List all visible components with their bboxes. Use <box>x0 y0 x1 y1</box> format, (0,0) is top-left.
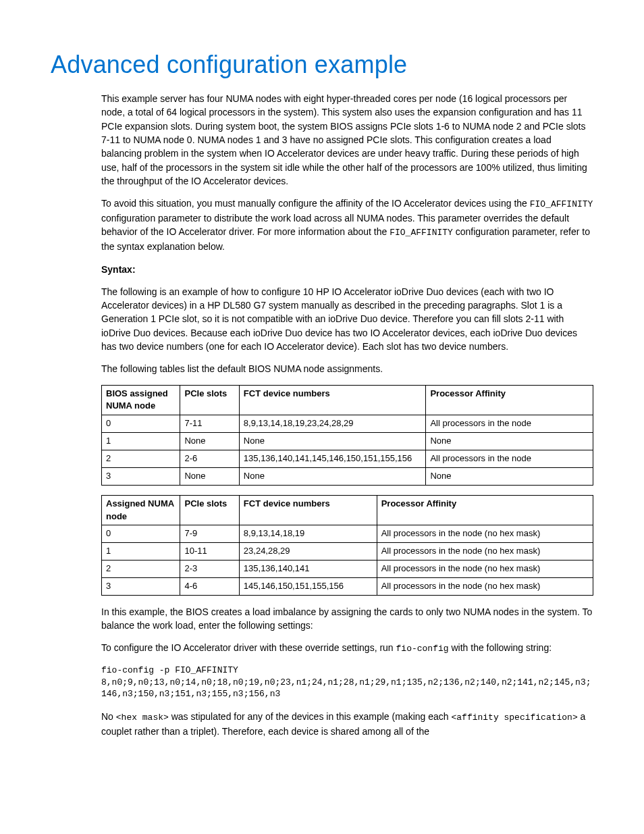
table-header: FCT device numbers <box>239 385 426 415</box>
table-cell: 2 <box>102 561 180 578</box>
table-cell: 23,24,28,29 <box>239 543 377 561</box>
table-cell: 145,146,150,151,155,156 <box>239 577 377 595</box>
bios-numa-table: BIOS assigned NUMA node PCIe slots FCT d… <box>101 385 593 486</box>
text-fragment: was stipulated for any of the devices in… <box>169 711 452 722</box>
table-cell: All processors in the node <box>426 450 593 468</box>
table-row: 3 None None None <box>102 467 593 485</box>
para-fio-config: To configure the IO Accelerator driver w… <box>101 641 593 656</box>
table-cell: 2 <box>102 450 180 468</box>
table-header: PCIe slots <box>180 385 239 415</box>
table-cell: None <box>239 433 426 450</box>
table-cell: 10-11 <box>180 543 239 561</box>
table-cell: 2-6 <box>180 450 239 468</box>
table-cell: 7-11 <box>180 415 239 433</box>
table-header-row: Assigned NUMA node PCIe slots FCT device… <box>102 495 593 525</box>
table-cell: None <box>426 467 593 485</box>
code-inline-fio: FIO_AFFINITY <box>530 199 593 209</box>
code-inline-fioconfig: fio-config <box>396 644 449 654</box>
text-fragment: To avoid this situation, you must manual… <box>101 198 530 209</box>
table-cell: 8,9,13,14,18,19,23,24,28,29 <box>239 415 426 433</box>
table-header: Processor Affinity <box>377 495 593 525</box>
page-title: Advanced configuration example <box>51 47 593 82</box>
para-example: The following is an example of how to co… <box>101 285 593 353</box>
table-header: Assigned NUMA node <box>102 495 180 525</box>
para-tables-intro: The following tables list the default BI… <box>101 362 593 375</box>
code-block: fio-config -p FIO_AFFINITY 8,n0;9,n0;13,… <box>101 664 593 700</box>
table-cell: All processors in the node <box>426 415 593 433</box>
table-cell: 0 <box>102 525 180 543</box>
table-row: 0 7-9 8,9,13,14,18,19 All processors in … <box>102 525 593 543</box>
table-row: 1 10-11 23,24,28,29 All processors in th… <box>102 543 593 561</box>
table-header-row: BIOS assigned NUMA node PCIe slots FCT d… <box>102 385 593 415</box>
code-inline-fio: FIO_AFFINITY <box>390 228 453 238</box>
para-hexmask: No <hex mask> was stipulated for any of … <box>101 710 593 738</box>
table-cell: None <box>180 467 239 485</box>
table-header: PCIe slots <box>180 495 239 525</box>
text-fragment: To configure the IO Accelerator driver w… <box>101 642 396 653</box>
table-cell: 135,136,140,141 <box>239 561 377 578</box>
table-row: 1 None None None <box>102 433 593 450</box>
para-intro: This example server has four NUMA nodes … <box>101 92 593 188</box>
text-fragment: No <box>101 711 116 722</box>
table-header: BIOS assigned NUMA node <box>102 385 180 415</box>
table-row: 0 7-11 8,9,13,14,18,19,23,24,28,29 All p… <box>102 415 593 433</box>
table-cell: None <box>426 433 593 450</box>
table-row: 3 4-6 145,146,150,151,155,156 All proces… <box>102 577 593 595</box>
assigned-numa-table: Assigned NUMA node PCIe slots FCT device… <box>101 495 593 596</box>
table-cell: All processors in the node (no hex mask) <box>377 543 593 561</box>
para-imbalance: In this example, the BIOS creates a load… <box>101 605 593 633</box>
para-avoid: To avoid this situation, you must manual… <box>101 197 593 253</box>
table-cell: None <box>239 467 426 485</box>
table-cell: 2-3 <box>180 561 239 578</box>
table-row: 2 2-3 135,136,140,141 All processors in … <box>102 561 593 578</box>
text-fragment: with the following string: <box>449 642 552 653</box>
table-cell: All processors in the node (no hex mask) <box>377 577 593 595</box>
table-cell: 7-9 <box>180 525 239 543</box>
table-cell: 3 <box>102 577 180 595</box>
table-cell: 1 <box>102 433 180 450</box>
table-header: Processor Affinity <box>426 385 593 415</box>
table-row: 2 2-6 135,136,140,141,145,146,150,151,15… <box>102 450 593 468</box>
syntax-heading: Syntax: <box>101 263 593 276</box>
table-cell: 3 <box>102 467 180 485</box>
table-cell: None <box>180 433 239 450</box>
table-cell: 135,136,140,141,145,146,150,151,155,156 <box>239 450 426 468</box>
code-inline-hexmask: <hex mask> <box>116 712 169 723</box>
table-cell: 1 <box>102 543 180 561</box>
table-header: FCT device numbers <box>239 495 377 525</box>
table-cell: 4-6 <box>180 577 239 595</box>
table-cell: 8,9,13,14,18,19 <box>239 525 377 543</box>
code-inline-affinity: <affinity specification> <box>451 712 577 723</box>
table-cell: 0 <box>102 415 180 433</box>
table-cell: All processors in the node (no hex mask) <box>377 525 593 543</box>
table-cell: All processors in the node (no hex mask) <box>377 561 593 578</box>
